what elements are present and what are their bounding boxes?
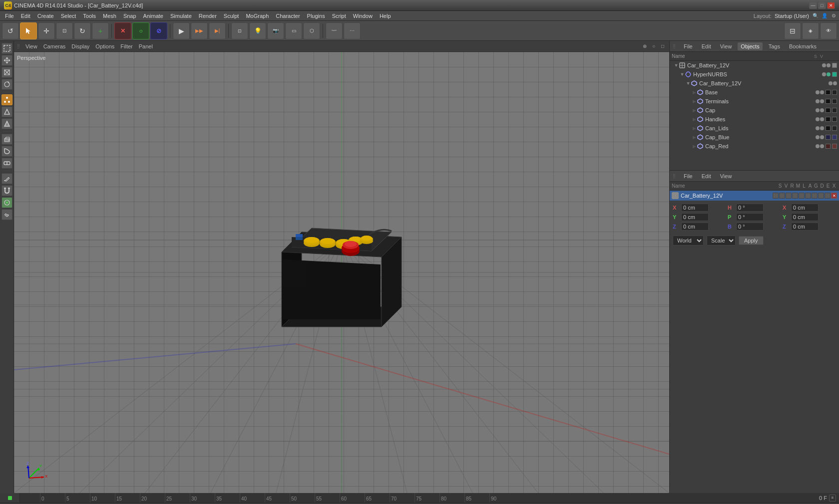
vis-dot-cb2[interactable]	[820, 135, 824, 139]
vis-dot-h2[interactable]	[827, 72, 831, 76]
viewport-menu-view[interactable]: View	[23, 42, 40, 50]
render-preview-btn[interactable]: ▶	[173, 22, 190, 39]
menu-select[interactable]: Select	[58, 12, 79, 20]
attr-icon-v[interactable]	[779, 193, 785, 199]
sky-btn[interactable]: ⬡	[303, 22, 320, 39]
menu-window[interactable]: Window	[350, 12, 376, 20]
tool-edges[interactable]	[1, 106, 12, 117]
object-item-handles[interactable]: ▶ Handles	[670, 115, 839, 124]
menu-help[interactable]: Help	[377, 12, 394, 20]
3d-viewport[interactable]: Y X Z Perspective	[14, 52, 669, 493]
parallel-btn[interactable]: ⊟	[784, 22, 801, 39]
attr-icon-l[interactable]	[799, 193, 805, 199]
tab-edit-obj[interactable]: Edit	[699, 42, 714, 50]
expand-handles[interactable]: ▶	[692, 117, 697, 122]
viewport-menu-display[interactable]: Display	[69, 42, 92, 50]
input-y-size[interactable]	[791, 213, 819, 221]
tool-rotate[interactable]	[1, 79, 12, 90]
menu-edit[interactable]: Edit	[18, 12, 33, 20]
stereo-btn[interactable]: 👁	[820, 22, 837, 39]
close-button[interactable]: ✕	[827, 2, 835, 9]
menu-animate[interactable]: Animate	[140, 12, 166, 20]
menu-tools[interactable]: Tools	[80, 12, 99, 20]
menu-plugins[interactable]: Plugins	[304, 12, 328, 20]
object-item-can-lids[interactable]: ▶ Can_Lids	[670, 124, 839, 133]
attr-icon-r[interactable]	[786, 193, 792, 199]
viewport-icon-1[interactable]: ⊕	[641, 43, 648, 50]
tool-loop[interactable]	[1, 158, 12, 169]
render-region-btn[interactable]: ▶▶	[191, 22, 208, 39]
input-y-pos[interactable]	[681, 213, 709, 221]
tool-points[interactable]	[1, 94, 12, 105]
input-x-size[interactable]	[791, 204, 819, 212]
vis-dot-cr1[interactable]	[816, 144, 820, 148]
vis-dot-h1[interactable]	[822, 72, 826, 76]
menu-mesh[interactable]: Mesh	[100, 12, 119, 20]
floor-btn[interactable]: ▭	[285, 22, 302, 39]
settings-icon[interactable]: ⚙	[830, 12, 837, 19]
object-item-car-battery-child[interactable]: ▼ Car_Battery_12V	[670, 79, 839, 88]
menu-sculpt[interactable]: Sculpt	[221, 12, 242, 20]
menu-render[interactable]: Render	[196, 12, 220, 20]
vis-dot-c1[interactable]	[829, 81, 833, 85]
menu-simulate[interactable]: Simulate	[167, 12, 195, 20]
attr-icon-x[interactable]: ✕	[831, 193, 837, 199]
input-h-rot[interactable]	[736, 204, 764, 212]
vis-dot-b1[interactable]	[816, 90, 820, 94]
expand-hypernurbs[interactable]: ▼	[680, 72, 685, 77]
light-btn[interactable]: 💡	[249, 22, 266, 39]
expand-can-lids[interactable]: ▶	[692, 126, 697, 131]
vis-dot-cl1[interactable]	[816, 126, 820, 130]
attrs-object-row[interactable]: Car_Battery_12V ✕	[670, 191, 839, 201]
rotate-button[interactable]: ↻	[74, 22, 91, 39]
attr-icon-d[interactable]	[818, 193, 824, 199]
tool-scale[interactable]	[1, 67, 12, 78]
object-item-cap-blue[interactable]: ▶ Cap_Blue	[670, 133, 839, 142]
object-item-cap-red[interactable]: ▶ Cap_Red	[670, 142, 839, 151]
menu-create[interactable]: Create	[34, 12, 57, 20]
timeline-options-btn[interactable]: ≡	[829, 495, 836, 502]
attr-icon-m[interactable]	[792, 193, 798, 199]
tool-selection[interactable]	[1, 43, 12, 54]
scale-button[interactable]: ⊡	[56, 22, 73, 39]
vis-dot-cap1[interactable]	[816, 108, 820, 112]
attr-icon-a[interactable]	[805, 193, 811, 199]
menu-snap[interactable]: Snap	[120, 12, 139, 20]
expand-cap[interactable]: ▶	[692, 108, 697, 113]
tool-polygons[interactable]	[1, 118, 12, 129]
display-btn[interactable]: ◈	[802, 22, 819, 39]
search-icon[interactable]: 🔍	[812, 12, 819, 19]
tab-edit-coords[interactable]: Edit	[699, 172, 714, 180]
z-mode-btn[interactable]: ⊘	[150, 22, 167, 39]
x-mode-btn[interactable]: ✕	[114, 22, 131, 39]
camera-btn[interactable]: 📷	[267, 22, 284, 39]
undo-button[interactable]: ↺	[2, 22, 19, 39]
vis-dot-cr2[interactable]	[820, 144, 824, 148]
viewport-menu-cameras[interactable]: Cameras	[41, 42, 68, 50]
viewport-icon-3[interactable]: □	[659, 43, 666, 50]
input-x-pos[interactable]	[681, 204, 709, 212]
expand-terminals[interactable]: ▶	[692, 99, 697, 104]
tab-view-coords[interactable]: View	[717, 172, 735, 180]
expand-cap-blue[interactable]: ▶	[692, 135, 697, 140]
coord-scale-select[interactable]: Scale Size	[707, 236, 736, 246]
tab-view-obj[interactable]: View	[717, 42, 735, 50]
tab-objects[interactable]: Objects	[738, 42, 762, 50]
vis-dot-han2[interactable]	[820, 117, 824, 121]
vis-dot-t1[interactable]	[816, 99, 820, 103]
input-p-rot[interactable]	[736, 213, 764, 221]
vis-dot-cap2[interactable]	[820, 108, 824, 112]
null-obj-btn[interactable]: ⊡	[231, 22, 248, 39]
tab-file-coords[interactable]: File	[681, 172, 696, 180]
viewport-icon-2[interactable]: ○	[650, 43, 657, 50]
input-z-size[interactable]	[791, 223, 819, 231]
tool-magnet[interactable]	[1, 185, 12, 196]
pointer-button[interactable]	[20, 22, 37, 39]
minimize-button[interactable]: —	[809, 2, 817, 9]
tool-move[interactable]	[1, 55, 12, 66]
object-item-hypernurbs[interactable]: ▼ HyperNURBS	[670, 70, 839, 79]
vis-dot-b2[interactable]	[820, 90, 824, 94]
expand-car-battery-child[interactable]: ▼	[686, 81, 691, 86]
vis-dot-han1[interactable]	[816, 117, 820, 121]
menu-character[interactable]: Character	[273, 12, 303, 20]
